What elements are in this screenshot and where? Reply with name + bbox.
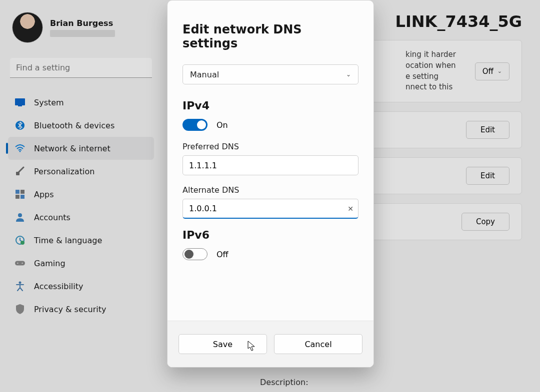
sidebar-item-network[interactable]: Network & internet [8, 137, 154, 160]
sidebar-search[interactable] [10, 58, 152, 78]
paintbrush-icon [15, 166, 25, 176]
dialog-footer: Save Cancel [168, 321, 374, 367]
ipv4-toggle[interactable] [182, 119, 208, 131]
svg-rect-0 [15, 98, 25, 105]
profile-email-placeholder [50, 30, 115, 37]
settings-sidebar: Brian Burgess System Bluetooth & devices [0, 0, 160, 392]
svg-rect-7 [16, 195, 20, 199]
alternate-dns-field: ✕ [182, 199, 358, 219]
sidebar-item-label: Privacy & security [34, 305, 106, 314]
alternate-dns-label: Alternate DNS [182, 185, 358, 195]
sidebar-item-label: Apps [34, 190, 54, 199]
edit-button-2[interactable]: Edit [466, 167, 510, 185]
bluetooth-icon [15, 120, 25, 130]
dns-settings-dialog: Edit network DNS settings Manual ⌄ IPv4 … [167, 0, 374, 368]
ipv4-toggle-label: On [216, 120, 228, 130]
svg-rect-1 [18, 105, 22, 106]
description-label: Description: [260, 378, 308, 387]
svg-rect-5 [16, 190, 20, 194]
toggle-value: Off [482, 67, 494, 76]
sidebar-item-label: Bluetooth & devices [34, 121, 114, 130]
sidebar-item-label: Time & language [34, 236, 102, 245]
ipv4-heading: IPv4 [182, 99, 358, 112]
dns-mode-value: Manual [190, 70, 219, 79]
profile-block[interactable]: Brian Burgess [8, 9, 154, 50]
sidebar-item-label: Accessibility [34, 282, 83, 291]
dialog-title: Edit network DNS settings [182, 22, 358, 50]
svg-rect-6 [20, 190, 24, 194]
copy-button[interactable]: Copy [462, 213, 510, 231]
random-mac-toggle[interactable]: Off ⌄ [475, 62, 510, 80]
sidebar-item-label: Gaming [34, 259, 66, 268]
sidebar-item-label: Accounts [34, 213, 70, 222]
svg-point-11 [20, 241, 24, 245]
profile-name: Brian Burgess [50, 18, 115, 28]
clear-input-icon[interactable]: ✕ [348, 205, 354, 213]
clock-globe-icon [15, 235, 25, 245]
settings-nav: System Bluetooth & devices Network & int… [8, 91, 154, 321]
svg-point-9 [18, 213, 22, 217]
preferred-dns-field [182, 155, 358, 175]
sidebar-item-accessibility[interactable]: Accessibility [8, 275, 154, 298]
preferred-dns-input[interactable] [182, 155, 358, 175]
sidebar-item-label: Personalization [34, 167, 94, 176]
avatar [12, 12, 43, 43]
svg-rect-8 [20, 195, 24, 199]
svg-rect-12 [15, 261, 25, 265]
alternate-dns-input[interactable] [182, 199, 358, 219]
sidebar-item-time-language[interactable]: Time & language [8, 229, 154, 252]
wifi-icon [15, 143, 25, 153]
chevron-down-icon: ⌄ [498, 68, 502, 74]
ipv6-heading: IPv6 [182, 229, 358, 241]
sidebar-item-system[interactable]: System [8, 91, 154, 114]
svg-point-14 [22, 263, 22, 264]
person-icon [15, 212, 25, 222]
cancel-button[interactable]: Cancel [274, 334, 362, 354]
sidebar-item-accounts[interactable]: Accounts [8, 206, 154, 229]
ipv6-toggle-label: Off [216, 250, 228, 259]
svg-point-3 [20, 151, 21, 152]
gamepad-icon [15, 258, 25, 268]
sidebar-item-apps[interactable]: Apps [8, 183, 154, 206]
save-button[interactable]: Save [178, 334, 267, 354]
sidebar-item-personalization[interactable]: Personalization [8, 160, 154, 183]
sidebar-item-privacy[interactable]: Privacy & security [8, 298, 154, 321]
shield-icon [15, 304, 25, 314]
preferred-dns-label: Preferred DNS [182, 142, 358, 151]
svg-point-13 [17, 263, 18, 264]
dns-mode-select[interactable]: Manual ⌄ [182, 64, 358, 84]
accessibility-icon [15, 281, 25, 291]
chevron-down-icon: ⌄ [346, 71, 351, 78]
ipv6-toggle[interactable] [182, 248, 208, 260]
edit-button-1[interactable]: Edit [466, 121, 510, 139]
sidebar-item-gaming[interactable]: Gaming [8, 252, 154, 275]
sidebar-item-label: Network & internet [34, 144, 110, 153]
apps-icon [15, 189, 25, 199]
sidebar-item-label: System [34, 98, 64, 107]
search-input[interactable] [10, 58, 152, 78]
display-icon [15, 97, 25, 107]
sidebar-item-bluetooth[interactable]: Bluetooth & devices [8, 114, 154, 137]
svg-point-15 [19, 282, 22, 284]
